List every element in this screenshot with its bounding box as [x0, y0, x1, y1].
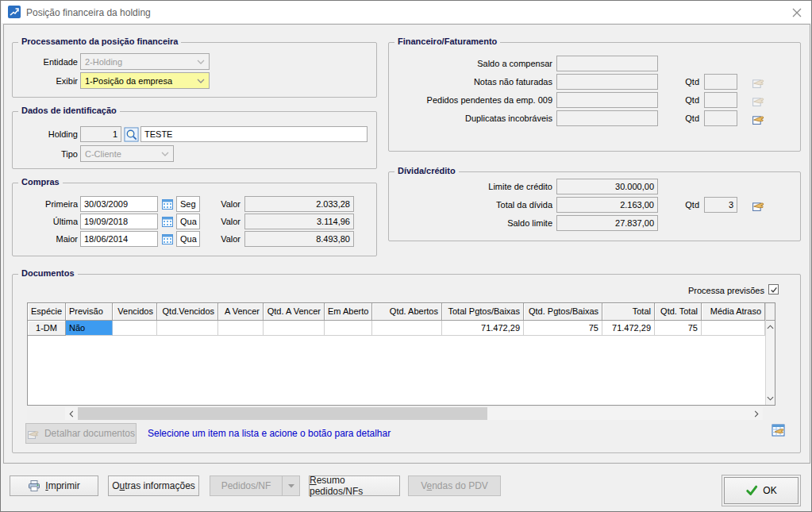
duplicatas-qtd-field [704, 110, 737, 126]
column-header[interactable]: Qtd. Pgtos/Baixas [524, 303, 602, 321]
calendar-icon[interactable] [160, 197, 175, 211]
window-title: Posição financeira da holding [26, 7, 151, 18]
hand-page-icon [752, 94, 765, 107]
pedidos-detail-button [750, 92, 766, 108]
scroll-left-icon[interactable] [65, 407, 78, 420]
cell-total[interactable]: 71.472,29 [602, 321, 655, 336]
exibir-value: 1-Posição da empresa [85, 76, 172, 86]
cell-previsao-selected[interactable]: Não [66, 321, 113, 336]
primeira-date-field[interactable]: 30/03/2009 [80, 196, 158, 212]
column-header[interactable]: Qtd. Total [655, 303, 702, 321]
cell-em-aberto[interactable] [325, 321, 372, 336]
group-processamento-title: Processamento da posição financeira [18, 37, 181, 47]
saldo-compensar-field [556, 56, 658, 71]
holding-code-field[interactable]: 1 [80, 126, 121, 142]
group-processamento [12, 42, 377, 98]
vertical-scrollbar[interactable] [765, 303, 775, 405]
ultima-date-field[interactable]: 19/09/2018 [80, 214, 158, 229]
ultima-label: Última [9, 216, 78, 227]
tipo-value: C-Cliente [85, 149, 121, 159]
qtd-label: Qtd [675, 76, 699, 87]
scroll-down-icon[interactable] [766, 392, 775, 405]
check-icon [770, 286, 778, 294]
cell-qtd-vencidos[interactable] [157, 321, 218, 336]
scrollbar-fixed-spacer [27, 407, 65, 420]
pedidos-qtd-field [704, 92, 737, 108]
cell-qtd-pgtos[interactable]: 75 [524, 321, 602, 336]
cell-qtd-a-vencer[interactable] [264, 321, 325, 336]
column-header[interactable]: Espécie [28, 303, 66, 321]
cell-qtd-abertos[interactable] [372, 321, 442, 336]
horizontal-scroll-thumb[interactable] [78, 407, 487, 420]
chevron-down-icon [197, 79, 205, 83]
grid-hand-icon [772, 423, 786, 437]
cell-especie[interactable]: 1-DM [28, 321, 66, 336]
valor-label: Valor [191, 233, 241, 244]
saldo-limite-field: 27.837,00 [556, 215, 658, 231]
scrollbar-header-spacer [766, 303, 775, 321]
cell-a-vencer[interactable] [218, 321, 264, 336]
close-icon[interactable] [790, 6, 804, 18]
entidade-label: Entidade [9, 56, 78, 67]
column-header[interactable]: Qtd.Vencidos [157, 303, 218, 321]
notas-qtd-field [704, 74, 737, 90]
scroll-up-icon[interactable] [766, 321, 775, 333]
processa-previsoes-checkbox[interactable] [768, 284, 779, 294]
calendar-icon[interactable] [160, 214, 175, 229]
column-header[interactable]: Em Aberto [325, 303, 372, 321]
tipo-label: Tipo [9, 148, 78, 160]
qtd-label: Qtd [675, 199, 699, 210]
column-header[interactable]: Qtd. Abertos [372, 303, 442, 321]
maior-date-field[interactable]: 18/06/2014 [80, 231, 158, 247]
selection-hint: Selecione um item na lista e acione o bo… [148, 428, 391, 439]
export-grid-button[interactable] [771, 422, 787, 438]
saldo-compensar-label: Saldo a compensar [394, 58, 552, 69]
table-row[interactable]: 1-DM Não 71.472,29 75 71.472,29 75 [28, 321, 765, 336]
holding-search-button[interactable] [123, 126, 139, 142]
limite-credito-field: 30.000,00 [556, 179, 658, 194]
cell-media-atraso[interactable] [702, 321, 765, 336]
resumo-pedidos-button[interactable]: Resumo pedidos/NFs [309, 475, 400, 496]
scroll-right-icon[interactable] [750, 407, 763, 420]
check-icon [745, 485, 758, 496]
hand-page-icon [752, 75, 765, 89]
column-header[interactable]: A Vencer [218, 303, 264, 321]
maior-label: Maior [9, 233, 78, 244]
processa-previsoes-label: Processa previsões [556, 285, 764, 296]
saldo-limite-label: Saldo limite [394, 218, 552, 229]
column-header[interactable]: Qtd. A Vencer [264, 303, 325, 321]
cell-vencidos[interactable] [113, 321, 157, 336]
scrollbar-corner [763, 407, 775, 420]
column-header[interactable]: Previsão [66, 303, 113, 321]
notas-nao-faturadas-field [556, 74, 658, 90]
column-header[interactable]: Total Pgtos/Baixas [442, 303, 524, 321]
ok-button[interactable]: OK [724, 477, 799, 504]
holding-name-field[interactable]: TESTE [140, 126, 368, 142]
cell-total-pgtos[interactable]: 71.472,29 [442, 321, 524, 336]
ultima-valor-field: 3.114,96 [244, 214, 354, 229]
group-financeiro-title: Financeiro/Faturamento [394, 37, 500, 47]
calendar-icon[interactable] [160, 232, 175, 246]
limite-credito-label: Limite de crédito [394, 181, 552, 192]
divida-detail-button[interactable] [750, 197, 766, 213]
column-header[interactable]: Total [602, 303, 655, 321]
pedidos-nf-button: Pedidos/NF [210, 475, 283, 496]
horizontal-scrollbar[interactable] [27, 407, 775, 420]
duplicatas-detail-button[interactable] [750, 110, 766, 126]
cell-qtd-total[interactable]: 75 [655, 321, 702, 336]
outras-informacoes-button[interactable]: Outras informações [108, 475, 199, 496]
qtd-label: Qtd [675, 94, 699, 106]
column-header[interactable]: Vencidos [113, 303, 157, 321]
imprimir-button[interactable]: Imprimir [10, 475, 98, 496]
ok-label: OK [763, 485, 776, 496]
primeira-valor-field: 2.033,28 [244, 196, 354, 212]
valor-label: Valor [191, 216, 241, 227]
divida-qtd-field: 3 [704, 197, 737, 213]
pedidos-nf-dropdown-button [283, 475, 300, 496]
column-header[interactable]: Média Atraso [702, 303, 765, 321]
entidade-select: 2-Holding [80, 53, 210, 70]
exibir-select[interactable]: 1-Posição da empresa [80, 72, 210, 89]
group-documentos-title: Documentos [18, 268, 78, 279]
horizontal-scroll-track[interactable] [487, 407, 750, 420]
vertical-scroll-track[interactable] [766, 333, 775, 392]
